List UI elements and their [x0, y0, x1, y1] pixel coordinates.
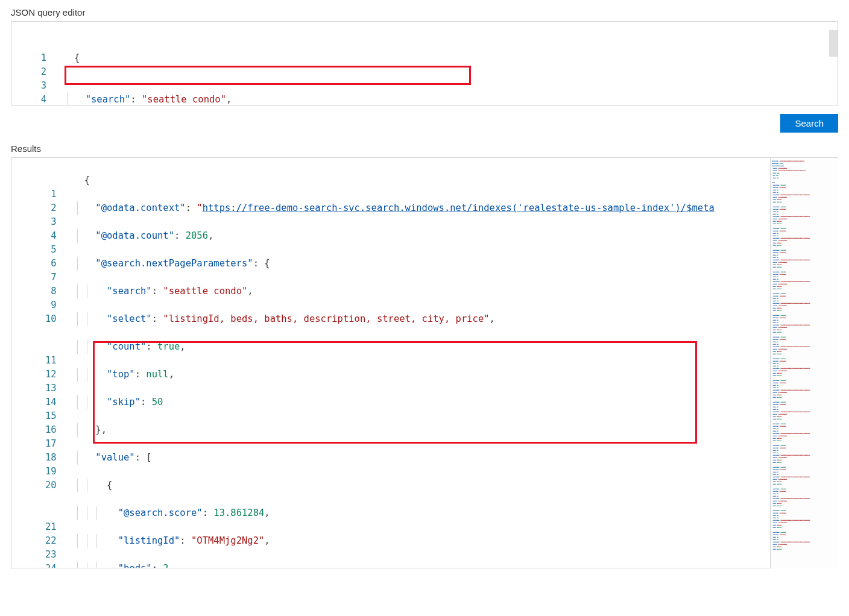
query-highlight-box — [65, 66, 471, 85]
results-label: Results — [11, 143, 838, 154]
results-code[interactable]: { "@odata.context": "https://free-demo-s… — [68, 158, 770, 568]
results-editor[interactable]: 12345678910 11121314151617181920 2122232… — [11, 157, 771, 568]
scrollbar-ghost — [829, 30, 838, 57]
query-editor[interactable]: 12345 { "search": "seattle condo", "coun… — [11, 21, 838, 105]
query-editor-label: JSON query editor — [11, 7, 838, 17]
query-code[interactable]: { "search": "seattle condo", "count": tr… — [57, 22, 838, 105]
search-button[interactable]: Search — [780, 114, 838, 133]
line-gutter: 12345678910 11121314151617181920 2122232… — [11, 158, 68, 568]
line-gutter: 12345 — [11, 22, 57, 105]
minimap[interactable]: ▬▬▬▬▬▬ ▬▬▬▬▬▬▬▬▬▬▬▬▬▬▬▬▬▬▬▬▬▬▬ ▬▬▬▬▬▬ ▬▬… — [771, 157, 838, 568]
